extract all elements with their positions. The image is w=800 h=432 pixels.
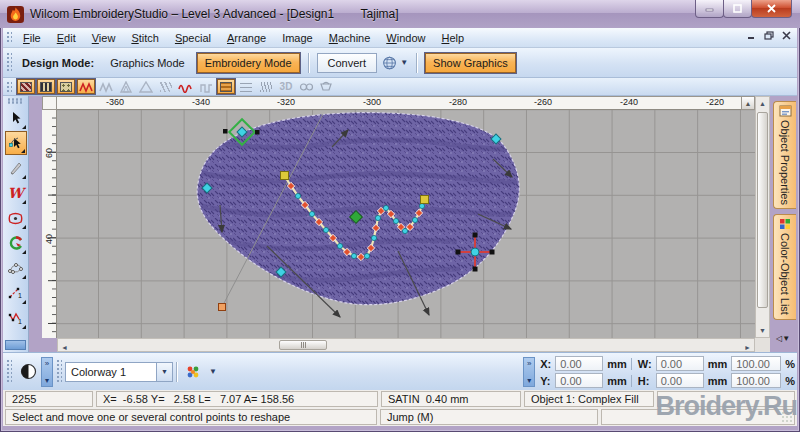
stitch-node-circle[interactable] (337, 243, 342, 248)
vertical-scrollbar[interactable]: ▲ ▼ (755, 96, 770, 338)
entry-marker[interactable] (281, 172, 289, 180)
embroidery-mode-button[interactable]: Embroidery Mode (197, 53, 300, 73)
dropdown-arrow-icon[interactable]: ▼ (156, 363, 172, 381)
texture-edge-icon[interactable] (257, 79, 275, 94)
stitch-node-circle[interactable] (375, 215, 380, 220)
hoop-globe-button[interactable]: ▼ (382, 51, 408, 75)
handle-square[interactable] (255, 130, 260, 135)
liquid-effect-icon[interactable] (157, 79, 175, 94)
contour-stitch-icon[interactable] (197, 79, 215, 94)
select-tool[interactable] (5, 106, 27, 130)
ruler-origin-button[interactable] (42, 96, 57, 110)
zigzag-stitch-icon[interactable] (77, 79, 95, 94)
mdi-close-icon[interactable] (782, 31, 791, 40)
stitch-node-circle[interactable] (393, 218, 398, 223)
toolbar-overflow-button[interactable]: »▾ (523, 357, 535, 387)
menu-machine[interactable]: Machine (321, 29, 379, 47)
stitch-node-circle[interactable] (402, 228, 407, 233)
vertical-scroll-thumb[interactable] (757, 112, 768, 308)
horizontal-scrollbar[interactable]: ◄ ► (57, 338, 755, 352)
tab-collapse-arrow-icon[interactable]: ◁▼ (776, 334, 790, 343)
toolbar-grip[interactable] (6, 81, 12, 93)
minimize-button[interactable] (695, 0, 724, 18)
maximize-button[interactable] (723, 0, 752, 18)
scroll-up-icon[interactable]: ▲ (756, 97, 769, 110)
stitch-node-circle[interactable] (371, 235, 376, 240)
freehand-draw-tool[interactable] (5, 156, 27, 180)
menu-arrange[interactable]: Arrange (219, 29, 274, 47)
ruler-options-button[interactable]: ▲ (741, 96, 755, 110)
closed-shape-tool[interactable] (5, 206, 27, 230)
warp-3d-icon[interactable]: 3D (277, 79, 295, 94)
stitch-node-circle[interactable] (309, 211, 314, 216)
closed-object-tool[interactable]: 1 (5, 306, 27, 330)
tab-object-properties[interactable]: Object Properties (773, 101, 796, 209)
menu-help[interactable]: Help (433, 29, 472, 47)
dropdown-arrow-icon[interactable]: ▼ (209, 367, 217, 376)
y-field[interactable]: 0.00 (555, 373, 603, 388)
motif-fill-icon[interactable] (57, 79, 75, 94)
tab-color-object-list[interactable]: Color-Object List (773, 214, 796, 320)
show-graphics-button[interactable]: Show Graphics (425, 53, 516, 73)
h-field[interactable]: 0.00 (656, 373, 704, 388)
graphics-mode-button[interactable]: Graphics Mode (103, 54, 192, 72)
design-canvas[interactable] (57, 110, 755, 338)
menu-image[interactable]: Image (274, 29, 321, 47)
toolbar-grip[interactable] (7, 98, 24, 104)
toolbar-grip[interactable] (56, 359, 62, 385)
reshape-tool[interactable] (5, 131, 27, 155)
x-field[interactable]: 0.00 (555, 356, 603, 371)
pattern-fill-icon[interactable] (217, 79, 235, 94)
tatami-fill-icon[interactable] (37, 79, 55, 94)
fusion-fill-small-icon[interactable] (117, 79, 135, 94)
object-properties-icon (779, 105, 792, 117)
toolbar-overflow-button[interactable]: »▾ (41, 357, 53, 387)
stitch-node-circle[interactable] (295, 193, 300, 198)
lettering-tool[interactable]: W (5, 181, 27, 205)
wave-effect-icon[interactable] (177, 79, 195, 94)
accordion-spacing-icon[interactable] (237, 79, 255, 94)
stitch-node-circle[interactable] (383, 205, 388, 210)
scroll-down-icon[interactable]: ▼ (756, 324, 769, 337)
stitch-node-circle[interactable] (419, 203, 424, 208)
title-bar[interactable]: Wilcom EmbroideryStudio – Level 3 Advanc… (0, 0, 800, 28)
reshape-object-tool[interactable] (5, 256, 27, 280)
palette-scroll-button[interactable] (5, 340, 26, 350)
colorway-select[interactable]: Colorway 1 ▼ (65, 362, 173, 382)
w-field[interactable]: 0.00 (656, 356, 704, 371)
fusion-fill-large-icon[interactable] (137, 79, 155, 94)
color-blend-tool[interactable] (5, 231, 27, 255)
stitch-node-circle[interactable] (412, 217, 417, 222)
menu-file[interactable]: File (15, 29, 49, 47)
menu-stitch[interactable]: Stitch (123, 29, 167, 47)
scale-y-field[interactable]: 100.00 (731, 373, 781, 388)
design-disk-button[interactable] (15, 360, 41, 384)
stitch-node-circle[interactable] (323, 227, 328, 232)
horizontal-scroll-thumb[interactable] (279, 340, 327, 350)
satin-fill-icon[interactable] (17, 79, 35, 94)
mdi-minimize-icon[interactable] (747, 31, 756, 40)
close-button[interactable] (751, 0, 792, 18)
menu-special[interactable]: Special (167, 29, 219, 47)
toolbar-grip[interactable] (6, 52, 12, 72)
trapunto-icon[interactable] (297, 79, 315, 94)
mdi-restore-icon[interactable] (764, 31, 774, 40)
menu-view[interactable]: View (84, 29, 124, 47)
scale-x-field[interactable]: 100.00 (731, 356, 781, 371)
toolbar-grip[interactable] (6, 359, 12, 385)
stitch-node-circle[interactable] (364, 253, 369, 258)
menu-window[interactable]: Window (378, 29, 433, 47)
toolbar-grip[interactable] (6, 31, 12, 44)
vertical-ruler[interactable]: 60 40 (42, 110, 57, 338)
open-object-tool[interactable]: 1 (5, 281, 27, 305)
horizontal-ruler[interactable]: -360 -340 -320 -300 -280 -260 -240 -220 (57, 96, 741, 110)
convert-button[interactable]: Convert (317, 53, 378, 73)
stumpwork-icon[interactable] (317, 79, 335, 94)
handle-square[interactable] (223, 129, 228, 134)
menu-edit[interactable]: Edit (49, 29, 84, 47)
anchor-marker[interactable] (219, 304, 226, 311)
stitch-node-circle[interactable] (351, 253, 356, 258)
step-stitch-icon[interactable] (97, 79, 115, 94)
exit-marker[interactable] (421, 196, 429, 204)
thread-colors-button[interactable] (180, 360, 206, 384)
